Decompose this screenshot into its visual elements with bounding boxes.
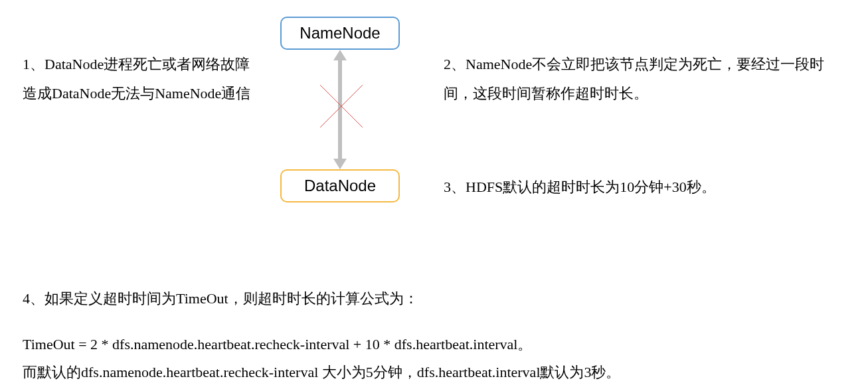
point-1-text: 1、DataNode进程死亡或者网络故障造成DataNode无法与NameNod…	[23, 50, 255, 108]
datanode-label: DataNode	[304, 177, 376, 195]
point-4-text: 4、如果定义超时时间为TimeOut，则超时时长的计算公式为：	[23, 284, 846, 313]
point-3-text: 3、HDFS默认的超时时长为10分钟+30秒。	[444, 173, 842, 202]
arrow-down-icon	[333, 159, 347, 169]
formula-line-2: 而默认的dfs.namenode.heartbeat.recheck-inter…	[23, 358, 846, 386]
datanode-box: DataNode	[280, 169, 400, 202]
formula-line-1: TimeOut = 2 * dfs.namenode.heartbeat.rec…	[23, 331, 846, 358]
namenode-box: NameNode	[280, 17, 400, 50]
formula-text: TimeOut = 2 * dfs.namenode.heartbeat.rec…	[23, 331, 846, 386]
namenode-label: NameNode	[300, 24, 380, 42]
cross-icon	[315, 80, 368, 133]
point-2-text: 2、NameNode不会立即把该节点判定为死亡，要经过一段时间，这段时间暂称作超…	[444, 50, 842, 108]
